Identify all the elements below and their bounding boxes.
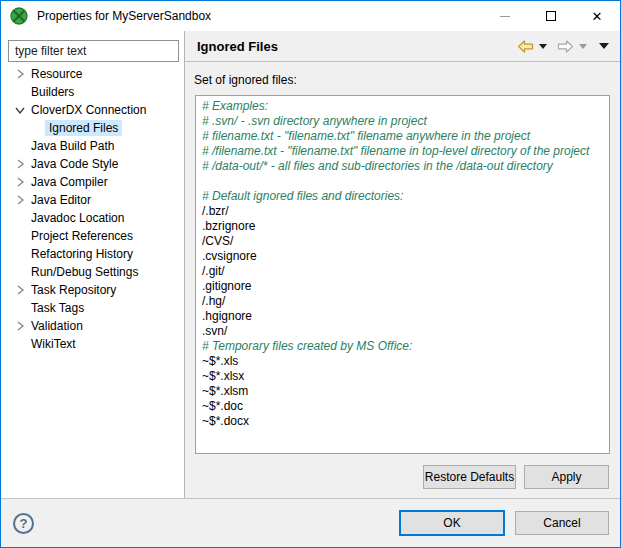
chevron-spacer [13, 301, 27, 315]
editor-comment-line: # Examples: [202, 99, 603, 114]
sidebar-item-wikitext[interactable]: WikiText [1, 335, 184, 353]
sidebar-item-label: Validation [27, 318, 87, 334]
restore-defaults-button[interactable]: Restore Defaults [423, 465, 516, 489]
sidebar-item-label: Ignored Files [45, 120, 122, 136]
editor-line: .hgignore [202, 309, 603, 324]
editor-comment-line: # Temporary files created by MS Office: [202, 339, 603, 354]
chevron-right-icon[interactable] [13, 283, 27, 297]
sidebar-item-label: Project References [27, 228, 137, 244]
sidebar-item-javadoc-location[interactable]: Javadoc Location [1, 209, 184, 227]
header-nav [512, 40, 609, 53]
cancel-button[interactable]: Cancel [515, 511, 609, 535]
dialog-body: ResourceBuildersCloverDX ConnectionIgnor… [1, 31, 620, 498]
editor-line: ~$*.xlsm [202, 384, 603, 399]
chevron-right-icon[interactable] [13, 175, 27, 189]
chevron-spacer [31, 121, 45, 135]
chevron-right-icon[interactable] [13, 319, 27, 333]
editor-line: .svn/ [202, 324, 603, 339]
maximize-button[interactable] [528, 1, 574, 31]
sidebar-item-run-debug-settings[interactable]: Run/Debug Settings [1, 263, 184, 281]
cloverdx-app-icon [10, 7, 28, 25]
sidebar-item-task-tags[interactable]: Task Tags [1, 299, 184, 317]
sidebar-item-java-compiler[interactable]: Java Compiler [1, 173, 184, 191]
apply-button[interactable]: Apply [524, 465, 609, 489]
sidebar-item-cloverdx-connection[interactable]: CloverDX Connection [1, 101, 184, 119]
chevron-right-icon[interactable] [13, 157, 27, 171]
help-icon[interactable]: ? [13, 513, 34, 534]
view-menu-dropdown-icon[interactable] [599, 43, 609, 49]
forward-history-dropdown-icon[interactable] [579, 44, 587, 49]
sidebar-item-label: Task Repository [27, 282, 120, 298]
editor-comment-line: # /filename.txt - "filename.txt" filenam… [202, 144, 603, 159]
editor-line: /CVS/ [202, 234, 603, 249]
editor-line: /.git/ [202, 264, 603, 279]
preferences-tree: ResourceBuildersCloverDX ConnectionIgnor… [1, 65, 184, 353]
section-label: Set of ignored files: [194, 73, 620, 87]
sidebar-item-ignored-files[interactable]: Ignored Files [1, 119, 184, 137]
sidebar-item-java-build-path[interactable]: Java Build Path [1, 137, 184, 155]
sidebar-item-label: Resource [27, 66, 86, 82]
sidebar-item-java-code-style[interactable]: Java Code Style [1, 155, 184, 173]
sidebar-item-label: Javadoc Location [27, 210, 128, 226]
minimize-icon [500, 16, 510, 17]
sidebar-item-label: Task Tags [27, 300, 88, 316]
maximize-icon [546, 11, 556, 21]
titlebar: Properties for MyServerSandbox ✕ [1, 1, 620, 31]
editor-line: .gitignore [202, 279, 603, 294]
editor-line: /.hg/ [202, 294, 603, 309]
sidebar-item-label: CloverDX Connection [27, 102, 150, 118]
sidebar-item-label: WikiText [27, 336, 80, 352]
editor-comment-line: # Default ignored files and directories: [202, 189, 603, 204]
sidebar-item-builders[interactable]: Builders [1, 83, 184, 101]
editor-line: ~$*.doc [202, 399, 603, 414]
editor-line: .bzrignore [202, 219, 603, 234]
sidebar-item-label: Java Compiler [27, 174, 112, 190]
chevron-spacer [13, 85, 27, 99]
sidebar-item-java-editor[interactable]: Java Editor [1, 191, 184, 209]
sidebar: ResourceBuildersCloverDX ConnectionIgnor… [1, 31, 185, 498]
chevron-spacer [13, 211, 27, 225]
sidebar-item-label: Run/Debug Settings [27, 264, 142, 280]
close-button[interactable]: ✕ [574, 1, 620, 31]
editor-comment-line: # .svn/ - .svn directory anywhere in pro… [202, 114, 603, 129]
panel-buttons: Restore Defaults Apply [185, 465, 609, 489]
sidebar-item-resource[interactable]: Resource [1, 65, 184, 83]
page-title: Ignored Files [197, 39, 278, 54]
close-icon: ✕ [592, 10, 603, 23]
chevron-spacer [13, 229, 27, 243]
filter-input[interactable] [8, 40, 179, 62]
editor-line: ~$*.docx [202, 414, 603, 429]
ok-button[interactable]: OK [399, 510, 505, 536]
editor-line: ~$*.xlsx [202, 369, 603, 384]
minimize-button[interactable] [482, 1, 528, 31]
back-history-dropdown-icon[interactable] [539, 44, 547, 49]
sidebar-item-task-repository[interactable]: Task Repository [1, 281, 184, 299]
chevron-down-icon[interactable] [13, 103, 27, 117]
page-header: Ignored Files [185, 31, 620, 62]
chevron-spacer [13, 139, 27, 153]
editor-line: .cvsignore [202, 249, 603, 264]
editor-line: ~$*.xls [202, 354, 603, 369]
editor-comment-line: # filename.txt - "filename.txt" filename… [202, 129, 603, 144]
sidebar-item-label: Java Build Path [27, 138, 118, 154]
sidebar-item-label: Refactoring History [27, 246, 137, 262]
chevron-spacer [13, 265, 27, 279]
editor-line [202, 174, 603, 189]
forward-arrow-icon[interactable] [557, 40, 574, 53]
window-controls: ✕ [482, 1, 620, 31]
chevron-right-icon[interactable] [13, 193, 27, 207]
sidebar-item-refactoring-history[interactable]: Refactoring History [1, 245, 184, 263]
footer-bar: ? OK Cancel [1, 498, 620, 547]
chevron-right-icon[interactable] [13, 67, 27, 81]
sidebar-item-label: Java Code Style [27, 156, 122, 172]
sidebar-item-validation[interactable]: Validation [1, 317, 184, 335]
window-title: Properties for MyServerSandbox [37, 9, 211, 23]
back-arrow-icon[interactable] [517, 40, 534, 53]
editor-comment-line: # /data-out/* - all files and sub-direct… [202, 159, 603, 174]
sidebar-item-label: Builders [27, 84, 78, 100]
ignored-files-editor[interactable]: # Examples:# .svn/ - .svn directory anyw… [195, 95, 610, 454]
sidebar-item-project-references[interactable]: Project References [1, 227, 184, 245]
main-pane: Ignored Files Set of ignored files: # Ex… [185, 31, 620, 498]
sidebar-item-label: Java Editor [27, 192, 95, 208]
editor-line: /.bzr/ [202, 204, 603, 219]
